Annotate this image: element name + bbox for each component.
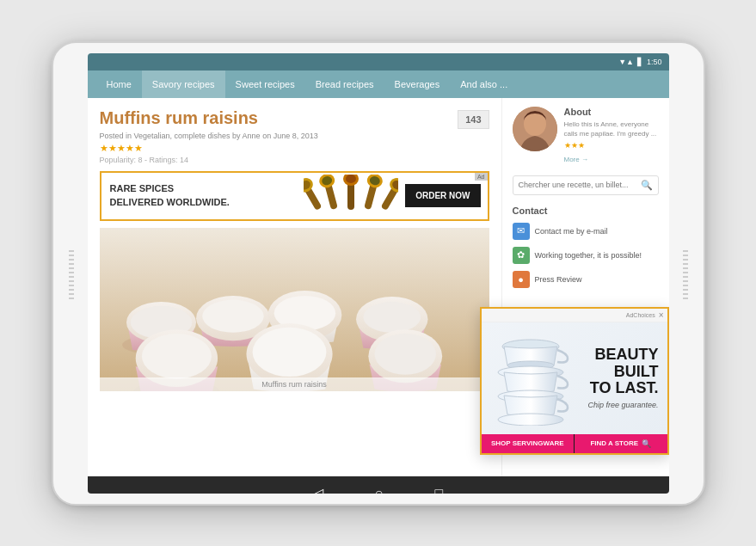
overlay-ad: AdChoices × bbox=[480, 307, 669, 455]
search-icon: 🔍 bbox=[641, 180, 653, 191]
overlay-ad-footer: SHOP SERVINGWARE FIND A STORE 🔍 bbox=[482, 434, 667, 453]
about-heading: About bbox=[564, 107, 659, 117]
overlay-title-line1: BEAUTY bbox=[594, 346, 658, 363]
wifi-icon: ▼▲ bbox=[618, 58, 634, 66]
avatar-svg bbox=[513, 107, 557, 151]
comment-count-badge: 143 bbox=[458, 110, 489, 129]
contact-work-label: Working together, it is possible! bbox=[535, 251, 642, 260]
contact-press-label: Press Review bbox=[535, 275, 582, 284]
article-image-caption: Muffins rum raisins bbox=[100, 377, 489, 391]
svg-point-46 bbox=[498, 414, 563, 426]
muffin-image: Muffins rum raisins bbox=[100, 228, 489, 391]
overlay-title-line3: TO LAST. bbox=[590, 379, 659, 396]
work-icon: ✿ bbox=[513, 247, 530, 264]
article-rating-text: Popularity: 8 - Ratings: 14 bbox=[100, 156, 489, 164]
spoons-svg bbox=[304, 175, 398, 218]
about-stars: ★★★ bbox=[564, 141, 659, 150]
article-meta-text: Posted in Vegetalian, complete dishes by… bbox=[100, 132, 318, 140]
svg-point-28 bbox=[363, 302, 421, 333]
overlay-ad-label: AdChoices bbox=[626, 312, 655, 318]
contact-press[interactable]: ● Press Review bbox=[513, 271, 659, 288]
overlay-ad-topbar: AdChoices × bbox=[482, 309, 667, 322]
ad-banner-text: RARE SPICES DELIVERED WORLDWIDE. bbox=[101, 182, 298, 209]
time-display: 1:50 bbox=[647, 58, 662, 66]
overlay-title-line2: BUILT bbox=[614, 363, 659, 380]
article-stars: ★★★★★ bbox=[100, 143, 489, 154]
about-section: About Hello this is Anne, everyone calls… bbox=[513, 107, 659, 165]
nav-beverages[interactable]: Beverages bbox=[384, 71, 451, 98]
ad-banner-label: Ad bbox=[475, 173, 488, 181]
contact-email[interactable]: ✉ Contact me by e-mail bbox=[513, 223, 659, 240]
search-box[interactable]: 🔍 bbox=[513, 175, 659, 195]
tablet-screen: ▼▲ ▋ 1:50 Home Savory recipes Sweet reci… bbox=[88, 53, 669, 494]
nav-home[interactable]: Home bbox=[96, 71, 142, 98]
about-more-link[interactable]: More → bbox=[564, 156, 588, 163]
overlay-ad-body: BEAUTY BUILT TO LAST. Chip free guarante… bbox=[482, 322, 667, 434]
svg-point-38 bbox=[374, 334, 436, 375]
about-desc: Hello this is Anne, everyone calls me pa… bbox=[564, 120, 659, 138]
cups-svg bbox=[492, 331, 569, 426]
overlay-ad-subtitle: Chip free guarantee. bbox=[578, 401, 659, 409]
article-title: Muffins rum raisins bbox=[100, 108, 489, 128]
svg-point-8 bbox=[346, 175, 356, 183]
signal-icon: ▋ bbox=[637, 58, 643, 66]
search-icon-small: 🔍 bbox=[642, 439, 651, 448]
ad-line1: RARE SPICES bbox=[110, 183, 175, 193]
avatar bbox=[513, 107, 557, 151]
email-icon: ✉ bbox=[513, 223, 530, 240]
back-button[interactable]: ◁ bbox=[313, 485, 323, 494]
overlay-ad-title: BEAUTY BUILT TO LAST. bbox=[578, 347, 659, 397]
tablet-device: ▼▲ ▋ 1:50 Home Savory recipes Sweet reci… bbox=[52, 41, 705, 506]
contact-work[interactable]: ✿ Working together, it is possible! bbox=[513, 247, 659, 264]
nav-and-also[interactable]: And also ... bbox=[450, 71, 518, 98]
nav-sweet[interactable]: Sweet recipes bbox=[225, 71, 305, 98]
contact-heading: Contact bbox=[513, 206, 659, 216]
muffin-svg bbox=[100, 228, 489, 391]
status-bar: ▼▲ ▋ 1:50 bbox=[88, 53, 669, 71]
overlay-ad-close-button[interactable]: × bbox=[659, 310, 664, 320]
about-text: About Hello this is Anne, everyone calls… bbox=[564, 107, 659, 165]
article-column: Muffins rum raisins 143 Posted in Vegeta… bbox=[88, 98, 501, 476]
svg-point-35 bbox=[252, 327, 326, 376]
article-meta: Posted in Vegetalian, complete dishes by… bbox=[100, 132, 489, 140]
nav-bread[interactable]: Bread recipes bbox=[305, 71, 384, 98]
nav-bar: Home Savory recipes Sweet recipes Bread … bbox=[88, 71, 669, 98]
svg-point-32 bbox=[141, 334, 211, 378]
find-store-button[interactable]: FIND A STORE 🔍 bbox=[575, 434, 667, 453]
ad-banner: Ad RARE SPICES DELIVERED WORLDWIDE. bbox=[100, 171, 489, 221]
cups-area bbox=[490, 331, 571, 426]
recent-button[interactable]: □ bbox=[435, 486, 444, 494]
ad-order-button[interactable]: ORDER NOW bbox=[405, 184, 480, 207]
home-button[interactable]: ○ bbox=[375, 486, 384, 494]
search-input[interactable] bbox=[519, 181, 641, 189]
shop-servingware-button[interactable]: SHOP SERVINGWARE bbox=[482, 434, 575, 453]
ad-spoons-area bbox=[297, 175, 405, 218]
overlay-ad-copy: BEAUTY BUILT TO LAST. Chip free guarante… bbox=[578, 347, 659, 409]
nav-savory[interactable]: Savory recipes bbox=[142, 71, 225, 98]
bottom-nav-bar: ◁ ○ □ bbox=[88, 476, 669, 494]
svg-point-22 bbox=[202, 299, 264, 332]
contact-email-label: Contact me by e-mail bbox=[535, 227, 608, 236]
status-icons: ▼▲ ▋ 1:50 bbox=[618, 58, 661, 66]
ad-line2: DELIVERED WORLDWIDE. bbox=[110, 197, 230, 207]
press-icon: ● bbox=[513, 271, 530, 288]
find-store-label: FIND A STORE bbox=[590, 439, 638, 447]
